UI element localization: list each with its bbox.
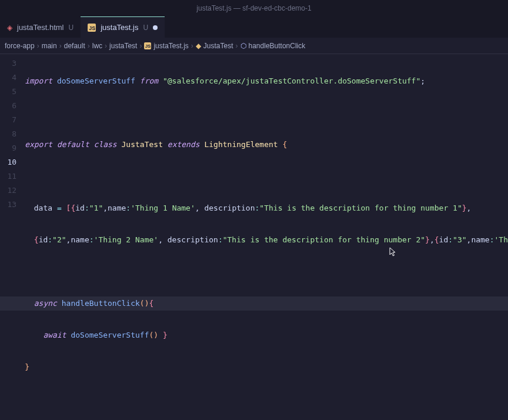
chevron-right-icon: › [191,42,193,50]
code-line[interactable]: await doSomeServerStuff() } [25,328,508,342]
unsaved-dot-icon [153,25,158,30]
method-symbol-icon: ⬡ [240,42,246,50]
code-editor[interactable]: 3 4 5 6 7 8 9 10 11 12 13 import doSomeS… [0,54,508,420]
tab-modified-badge: U [143,24,148,32]
line-number: 10 [0,155,16,169]
js-icon: JS [88,24,96,32]
line-number: 8 [0,127,16,141]
line-number: 13 [0,198,16,212]
tab-modified-badge: U [68,24,73,32]
line-gutter: 3 4 5 6 7 8 9 10 11 12 13 [0,54,25,420]
code-line[interactable]: export default class JustaTest extends L… [25,138,508,152]
code-line[interactable] [25,265,508,279]
code-line[interactable]: async handleButtonClick(){ [25,296,508,311]
line-number: 7 [0,113,16,127]
breadcrumb-segment[interactable]: default [64,42,85,50]
code-area[interactable]: import doSomeServerStuff from "@salesfor… [25,54,508,420]
chevron-right-icon: › [105,42,107,50]
line-number: 4 [0,71,16,85]
code-line[interactable]: import doSomeServerStuff from "@salesfor… [25,74,508,88]
line-number: 9 [0,141,16,155]
code-line[interactable]: {id:"2",name:'Thing 2 Name', description… [25,233,508,247]
code-line[interactable]: } [25,360,508,374]
tab-justatest-html[interactable]: ◈ justaTest.html U [0,16,81,38]
chevron-right-icon: › [37,42,39,50]
breadcrumb[interactable]: force-app › main › default › lwc › justa… [0,38,508,54]
chevron-right-icon: › [59,42,62,50]
line-number: 12 [0,184,16,198]
line-number: 6 [0,99,16,113]
breadcrumb-segment[interactable]: force-app [5,42,35,50]
breadcrumb-file[interactable]: justaTest.js [153,42,188,50]
code-line[interactable] [25,392,508,406]
breadcrumb-segment[interactable]: justaTest [109,42,137,50]
js-icon: JS [144,42,151,49]
chevron-right-icon: › [88,42,90,50]
code-line[interactable] [25,106,508,120]
breadcrumb-method[interactable]: handleButtonClick [249,42,306,50]
tab-justatest-js[interactable]: JS justaTest.js U [81,16,165,38]
tab-label: justaTest.js [101,23,138,32]
line-number: 5 [0,85,16,99]
chevron-right-icon: › [236,42,238,50]
window-title: justaTest.js — sf-dev-ed-cbc-demo-1 [0,0,508,16]
tab-label: justaTest.html [17,23,63,32]
line-number: 11 [0,169,16,184]
chevron-right-icon: › [139,42,142,50]
code-line[interactable] [25,169,508,184]
tab-bar: ◈ justaTest.html U JS justaTest.js U [0,16,508,38]
html-icon: ◈ [7,24,12,32]
breadcrumb-segment[interactable]: lwc [92,42,102,50]
class-symbol-icon: ◆ [196,42,201,50]
line-number: 3 [0,56,16,71]
breadcrumb-class[interactable]: JustaTest [203,42,233,50]
breadcrumb-segment[interactable]: main [42,42,57,50]
code-line[interactable]: data = [{id:"1",name:'Thing 1 Name', des… [25,201,508,215]
